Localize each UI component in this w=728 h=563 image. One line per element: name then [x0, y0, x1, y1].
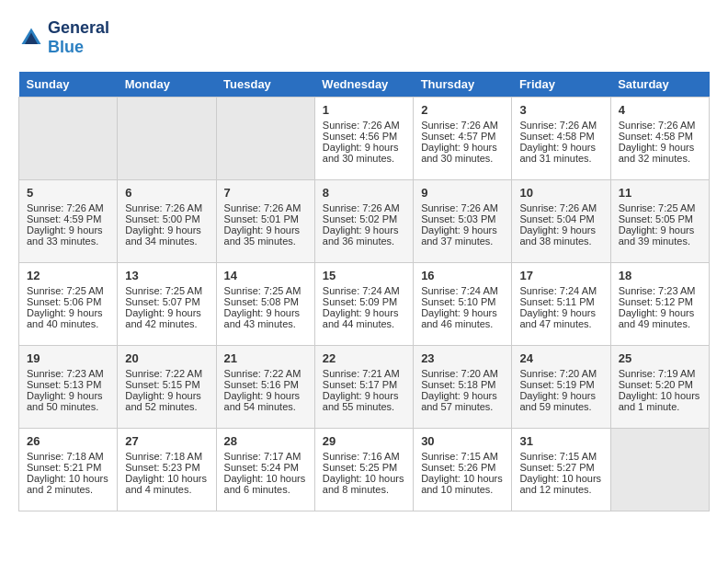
calendar-cell: 29Sunrise: 7:16 AMSunset: 5:25 PMDayligh… [314, 429, 413, 511]
sunrise-text: Sunrise: 7:26 AM [323, 120, 405, 131]
logo-text: GeneralBlue [48, 18, 109, 57]
daylight-text: Daylight: 9 hours and 49 minutes. [619, 307, 701, 329]
sunrise-text: Sunrise: 7:24 AM [421, 285, 504, 296]
calendar-week-row: 19Sunrise: 7:23 AMSunset: 5:13 PMDayligh… [19, 346, 710, 429]
sunrise-text: Sunrise: 7:26 AM [619, 120, 701, 131]
sunrise-text: Sunrise: 7:26 AM [27, 202, 109, 213]
sunset-text: Sunset: 5:26 PM [421, 462, 504, 473]
daylight-text: Daylight: 9 hours and 34 minutes. [125, 224, 208, 247]
sunset-text: Sunset: 5:10 PM [421, 296, 504, 307]
daylight-text: Daylight: 9 hours and 46 minutes. [421, 307, 504, 329]
daylight-text: Daylight: 10 hours and 8 minutes. [323, 473, 405, 495]
calendar-cell: 21Sunrise: 7:22 AMSunset: 5:16 PMDayligh… [216, 346, 314, 429]
sunset-text: Sunset: 4:57 PM [421, 131, 504, 142]
sunset-text: Sunset: 5:24 PM [224, 462, 307, 473]
sunrise-text: Sunrise: 7:17 AM [224, 451, 307, 462]
sunrise-text: Sunrise: 7:26 AM [519, 120, 602, 131]
calendar-cell [19, 98, 118, 180]
sunset-text: Sunset: 5:17 PM [323, 379, 405, 390]
calendar-cell: 30Sunrise: 7:15 AMSunset: 5:26 PMDayligh… [414, 429, 512, 511]
sunrise-text: Sunrise: 7:16 AM [323, 451, 405, 462]
calendar-week-row: 26Sunrise: 7:18 AMSunset: 5:21 PMDayligh… [19, 429, 710, 511]
sunrise-text: Sunrise: 7:25 AM [224, 285, 307, 296]
calendar-cell: 17Sunrise: 7:24 AMSunset: 5:11 PMDayligh… [512, 263, 610, 346]
day-number: 26 [27, 434, 109, 448]
sunset-text: Sunset: 5:09 PM [323, 296, 405, 307]
sunrise-text: Sunrise: 7:25 AM [619, 202, 701, 213]
daylight-text: Daylight: 9 hours and 30 minutes. [323, 142, 405, 164]
daylight-text: Daylight: 10 hours and 1 minute. [619, 390, 701, 412]
calendar-cell [118, 98, 216, 180]
calendar-cell: 13Sunrise: 7:25 AMSunset: 5:07 PMDayligh… [118, 263, 216, 346]
daylight-text: Daylight: 9 hours and 54 minutes. [224, 390, 307, 412]
calendar-cell: 25Sunrise: 7:19 AMSunset: 5:20 PMDayligh… [610, 346, 709, 429]
day-number: 11 [619, 186, 701, 200]
day-number: 15 [323, 269, 405, 282]
calendar-cell: 31Sunrise: 7:15 AMSunset: 5:27 PMDayligh… [512, 429, 610, 511]
calendar-header-row: SundayMondayTuesdayWednesdayThursdayFrid… [19, 72, 710, 98]
daylight-text: Daylight: 9 hours and 44 minutes. [323, 307, 405, 329]
day-number: 28 [224, 434, 307, 448]
day-number: 21 [224, 351, 307, 365]
daylight-text: Daylight: 9 hours and 38 minutes. [519, 224, 602, 247]
logo: GeneralBlue [18, 18, 109, 57]
sunrise-text: Sunrise: 7:21 AM [323, 368, 405, 379]
daylight-text: Daylight: 9 hours and 42 minutes. [125, 307, 208, 329]
sunset-text: Sunset: 4:58 PM [519, 131, 602, 142]
calendar-cell: 28Sunrise: 7:17 AMSunset: 5:24 PMDayligh… [216, 429, 314, 511]
calendar-cell: 3Sunrise: 7:26 AMSunset: 4:58 PMDaylight… [512, 98, 610, 180]
daylight-text: Daylight: 9 hours and 47 minutes. [519, 307, 602, 329]
day-number: 19 [27, 351, 109, 365]
daylight-text: Daylight: 9 hours and 43 minutes. [224, 307, 307, 329]
calendar-cell: 20Sunrise: 7:22 AMSunset: 5:15 PMDayligh… [118, 346, 216, 429]
daylight-text: Daylight: 9 hours and 52 minutes. [125, 390, 208, 412]
calendar-week-row: 1Sunrise: 7:26 AMSunset: 4:56 PMDaylight… [19, 98, 710, 180]
sunrise-text: Sunrise: 7:25 AM [27, 285, 109, 296]
day-number: 1 [323, 103, 405, 117]
weekday-header: Saturday [610, 72, 709, 98]
sunset-text: Sunset: 5:27 PM [519, 462, 602, 473]
sunset-text: Sunset: 5:06 PM [27, 296, 109, 307]
day-number: 25 [619, 351, 701, 365]
day-number: 31 [519, 434, 602, 448]
sunset-text: Sunset: 4:59 PM [27, 213, 109, 224]
day-number: 5 [27, 186, 109, 200]
day-number: 23 [421, 351, 504, 365]
calendar-cell: 5Sunrise: 7:26 AMSunset: 4:59 PMDaylight… [19, 180, 118, 263]
calendar-cell: 10Sunrise: 7:26 AMSunset: 5:04 PMDayligh… [512, 180, 610, 263]
sunset-text: Sunset: 5:01 PM [224, 213, 307, 224]
sunset-text: Sunset: 5:04 PM [519, 213, 602, 224]
day-number: 7 [224, 186, 307, 200]
calendar-cell: 19Sunrise: 7:23 AMSunset: 5:13 PMDayligh… [19, 346, 118, 429]
daylight-text: Daylight: 10 hours and 12 minutes. [519, 473, 602, 495]
sunset-text: Sunset: 5:21 PM [27, 462, 109, 473]
daylight-text: Daylight: 10 hours and 6 minutes. [224, 473, 307, 495]
day-number: 22 [323, 351, 405, 365]
calendar-cell: 6Sunrise: 7:26 AMSunset: 5:00 PMDaylight… [118, 180, 216, 263]
sunset-text: Sunset: 4:58 PM [619, 131, 701, 142]
day-number: 12 [27, 269, 109, 282]
day-number: 6 [125, 186, 208, 200]
calendar-cell: 18Sunrise: 7:23 AMSunset: 5:12 PMDayligh… [610, 263, 709, 346]
weekday-header: Monday [118, 72, 216, 98]
sunset-text: Sunset: 5:08 PM [224, 296, 307, 307]
calendar-cell: 8Sunrise: 7:26 AMSunset: 5:02 PMDaylight… [314, 180, 413, 263]
logo-icon [18, 25, 44, 51]
day-number: 20 [125, 351, 208, 365]
calendar-cell: 14Sunrise: 7:25 AMSunset: 5:08 PMDayligh… [216, 263, 314, 346]
sunrise-text: Sunrise: 7:26 AM [323, 202, 405, 213]
calendar-cell: 24Sunrise: 7:20 AMSunset: 5:19 PMDayligh… [512, 346, 610, 429]
daylight-text: Daylight: 9 hours and 59 minutes. [519, 390, 602, 412]
weekday-header: Thursday [414, 72, 512, 98]
sunrise-text: Sunrise: 7:26 AM [224, 202, 307, 213]
day-number: 9 [421, 186, 504, 200]
page-header: GeneralBlue [18, 18, 710, 57]
day-number: 18 [619, 269, 701, 282]
sunset-text: Sunset: 5:16 PM [224, 379, 307, 390]
day-number: 27 [125, 434, 208, 448]
day-number: 10 [519, 186, 602, 200]
calendar-cell: 26Sunrise: 7:18 AMSunset: 5:21 PMDayligh… [19, 429, 118, 511]
sunrise-text: Sunrise: 7:15 AM [421, 451, 504, 462]
sunrise-text: Sunrise: 7:26 AM [125, 202, 208, 213]
sunrise-text: Sunrise: 7:26 AM [519, 202, 602, 213]
